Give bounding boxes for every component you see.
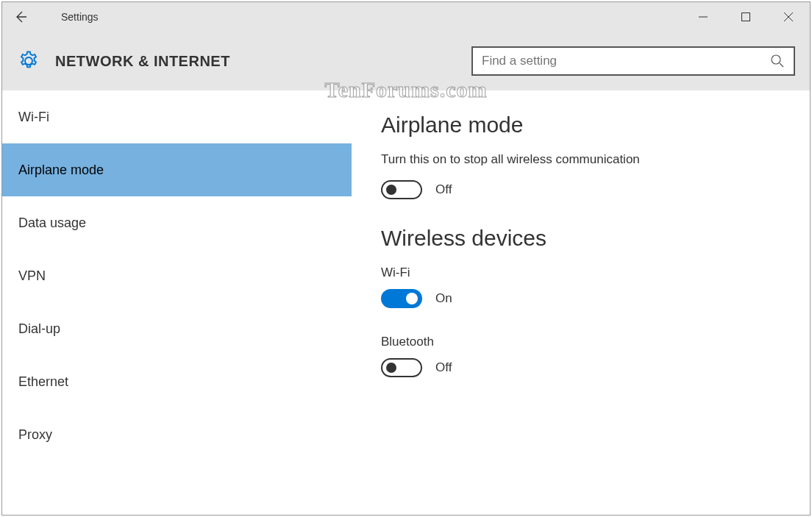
search-icon — [770, 54, 785, 68]
close-button[interactable] — [767, 2, 810, 32]
window-controls — [682, 2, 810, 32]
airplane-mode-toggle-row: Off — [381, 180, 780, 199]
back-arrow-icon — [13, 10, 28, 24]
toggle-knob — [386, 363, 396, 373]
sidebar-item-label: VPN — [18, 268, 46, 284]
sidebar-item-data-usage[interactable]: Data usage — [2, 196, 352, 249]
airplane-mode-description: Turn this on to stop all wireless commun… — [381, 152, 780, 167]
svg-line-5 — [780, 63, 783, 67]
svg-point-4 — [772, 55, 780, 64]
maximize-button[interactable] — [724, 2, 767, 32]
wifi-toggle-row: On — [381, 289, 780, 308]
search-box[interactable] — [471, 46, 795, 76]
svg-rect-1 — [742, 13, 750, 21]
sidebar-item-proxy[interactable]: Proxy — [2, 408, 352, 461]
bluetooth-toggle[interactable] — [381, 358, 422, 377]
toggle-knob — [406, 293, 418, 304]
back-button[interactable] — [2, 2, 39, 32]
header-left: NETWORK & INTERNET — [17, 49, 230, 73]
maximize-icon — [741, 13, 750, 21]
wireless-devices-heading: Wireless devices — [381, 226, 780, 251]
wifi-toggle[interactable] — [381, 289, 422, 308]
sidebar-item-airplane-mode[interactable]: Airplane mode — [2, 143, 352, 196]
main-panel: Airplane mode Turn this on to stop all w… — [352, 90, 810, 515]
sidebar-item-label: Data usage — [18, 215, 86, 231]
sidebar: Wi-Fi Airplane mode Data usage VPN Dial-… — [2, 90, 352, 515]
sidebar-item-label: Proxy — [18, 427, 52, 443]
content-area: Wi-Fi Airplane mode Data usage VPN Dial-… — [2, 90, 810, 515]
sidebar-item-ethernet[interactable]: Ethernet — [2, 355, 352, 408]
bluetooth-block: Bluetooth Off — [381, 335, 780, 377]
airplane-mode-heading: Airplane mode — [381, 113, 780, 138]
page-title: NETWORK & INTERNET — [55, 53, 230, 70]
sidebar-item-vpn[interactable]: VPN — [2, 249, 352, 302]
bluetooth-label: Bluetooth — [381, 335, 780, 349]
airplane-mode-toggle[interactable] — [381, 180, 422, 199]
sidebar-item-label: Wi-Fi — [18, 110, 49, 125]
wireless-devices-section: Wireless devices Wi-Fi On Bluetooth — [381, 226, 780, 377]
settings-window: Settings — [1, 1, 811, 516]
titlebar: Settings — [2, 2, 810, 32]
bluetooth-toggle-row: Off — [381, 358, 780, 377]
app-title: Settings — [61, 11, 99, 23]
airplane-mode-toggle-state: Off — [435, 182, 452, 197]
sidebar-item-label: Airplane mode — [18, 163, 104, 178]
sidebar-item-label: Ethernet — [18, 374, 68, 390]
wifi-block: Wi-Fi On — [381, 265, 780, 308]
sidebar-item-label: Dial-up — [18, 321, 60, 337]
wifi-toggle-state: On — [435, 291, 452, 306]
toggle-knob — [386, 185, 396, 195]
bluetooth-toggle-state: Off — [435, 360, 452, 375]
search-input[interactable] — [482, 54, 770, 68]
minimize-icon — [699, 13, 708, 21]
close-icon — [783, 12, 794, 22]
sidebar-item-wifi[interactable]: Wi-Fi — [2, 90, 352, 143]
header: NETWORK & INTERNET — [2, 32, 810, 90]
sidebar-item-dial-up[interactable]: Dial-up — [2, 302, 352, 355]
wifi-label: Wi-Fi — [381, 265, 780, 280]
minimize-button[interactable] — [682, 2, 724, 32]
gear-icon — [17, 49, 40, 73]
